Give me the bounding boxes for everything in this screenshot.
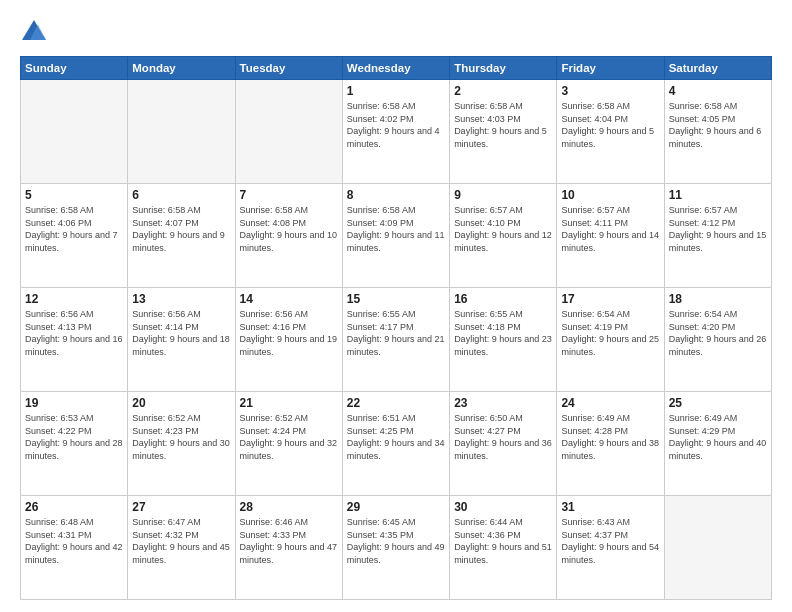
calendar-cell: 29Sunrise: 6:45 AM Sunset: 4:35 PM Dayli… xyxy=(342,496,449,600)
calendar-cell: 9Sunrise: 6:57 AM Sunset: 4:10 PM Daylig… xyxy=(450,184,557,288)
weekday-header-tuesday: Tuesday xyxy=(235,57,342,80)
calendar-cell: 11Sunrise: 6:57 AM Sunset: 4:12 PM Dayli… xyxy=(664,184,771,288)
day-info: Sunrise: 6:52 AM Sunset: 4:23 PM Dayligh… xyxy=(132,412,230,462)
day-number: 10 xyxy=(561,188,659,202)
page: SundayMondayTuesdayWednesdayThursdayFrid… xyxy=(0,0,792,612)
day-number: 8 xyxy=(347,188,445,202)
logo xyxy=(20,18,52,46)
weekday-header-monday: Monday xyxy=(128,57,235,80)
calendar-cell: 18Sunrise: 6:54 AM Sunset: 4:20 PM Dayli… xyxy=(664,288,771,392)
day-info: Sunrise: 6:46 AM Sunset: 4:33 PM Dayligh… xyxy=(240,516,338,566)
day-number: 29 xyxy=(347,500,445,514)
day-info: Sunrise: 6:57 AM Sunset: 4:12 PM Dayligh… xyxy=(669,204,767,254)
day-number: 27 xyxy=(132,500,230,514)
day-info: Sunrise: 6:56 AM Sunset: 4:16 PM Dayligh… xyxy=(240,308,338,358)
day-number: 23 xyxy=(454,396,552,410)
day-number: 17 xyxy=(561,292,659,306)
day-number: 30 xyxy=(454,500,552,514)
weekday-header-row: SundayMondayTuesdayWednesdayThursdayFrid… xyxy=(21,57,772,80)
day-info: Sunrise: 6:44 AM Sunset: 4:36 PM Dayligh… xyxy=(454,516,552,566)
day-number: 21 xyxy=(240,396,338,410)
day-number: 11 xyxy=(669,188,767,202)
day-info: Sunrise: 6:57 AM Sunset: 4:10 PM Dayligh… xyxy=(454,204,552,254)
calendar-cell: 19Sunrise: 6:53 AM Sunset: 4:22 PM Dayli… xyxy=(21,392,128,496)
logo-icon xyxy=(20,18,48,46)
day-info: Sunrise: 6:47 AM Sunset: 4:32 PM Dayligh… xyxy=(132,516,230,566)
day-info: Sunrise: 6:54 AM Sunset: 4:20 PM Dayligh… xyxy=(669,308,767,358)
day-info: Sunrise: 6:50 AM Sunset: 4:27 PM Dayligh… xyxy=(454,412,552,462)
day-number: 20 xyxy=(132,396,230,410)
calendar-cell: 10Sunrise: 6:57 AM Sunset: 4:11 PM Dayli… xyxy=(557,184,664,288)
day-number: 26 xyxy=(25,500,123,514)
day-info: Sunrise: 6:58 AM Sunset: 4:05 PM Dayligh… xyxy=(669,100,767,150)
day-info: Sunrise: 6:56 AM Sunset: 4:14 PM Dayligh… xyxy=(132,308,230,358)
calendar-cell: 25Sunrise: 6:49 AM Sunset: 4:29 PM Dayli… xyxy=(664,392,771,496)
day-number: 31 xyxy=(561,500,659,514)
day-number: 16 xyxy=(454,292,552,306)
day-info: Sunrise: 6:58 AM Sunset: 4:02 PM Dayligh… xyxy=(347,100,445,150)
calendar-cell: 30Sunrise: 6:44 AM Sunset: 4:36 PM Dayli… xyxy=(450,496,557,600)
calendar-cell xyxy=(664,496,771,600)
day-info: Sunrise: 6:51 AM Sunset: 4:25 PM Dayligh… xyxy=(347,412,445,462)
day-info: Sunrise: 6:58 AM Sunset: 4:06 PM Dayligh… xyxy=(25,204,123,254)
calendar-table: SundayMondayTuesdayWednesdayThursdayFrid… xyxy=(20,56,772,600)
day-info: Sunrise: 6:49 AM Sunset: 4:29 PM Dayligh… xyxy=(669,412,767,462)
calendar-cell: 23Sunrise: 6:50 AM Sunset: 4:27 PM Dayli… xyxy=(450,392,557,496)
weekday-header-thursday: Thursday xyxy=(450,57,557,80)
calendar-cell: 6Sunrise: 6:58 AM Sunset: 4:07 PM Daylig… xyxy=(128,184,235,288)
calendar-cell: 12Sunrise: 6:56 AM Sunset: 4:13 PM Dayli… xyxy=(21,288,128,392)
day-info: Sunrise: 6:55 AM Sunset: 4:17 PM Dayligh… xyxy=(347,308,445,358)
day-info: Sunrise: 6:55 AM Sunset: 4:18 PM Dayligh… xyxy=(454,308,552,358)
day-info: Sunrise: 6:52 AM Sunset: 4:24 PM Dayligh… xyxy=(240,412,338,462)
calendar-cell: 26Sunrise: 6:48 AM Sunset: 4:31 PM Dayli… xyxy=(21,496,128,600)
day-number: 3 xyxy=(561,84,659,98)
header xyxy=(20,18,772,46)
calendar-cell: 21Sunrise: 6:52 AM Sunset: 4:24 PM Dayli… xyxy=(235,392,342,496)
calendar-cell: 27Sunrise: 6:47 AM Sunset: 4:32 PM Dayli… xyxy=(128,496,235,600)
calendar-cell: 14Sunrise: 6:56 AM Sunset: 4:16 PM Dayli… xyxy=(235,288,342,392)
calendar-cell: 31Sunrise: 6:43 AM Sunset: 4:37 PM Dayli… xyxy=(557,496,664,600)
weekday-header-saturday: Saturday xyxy=(664,57,771,80)
day-number: 9 xyxy=(454,188,552,202)
day-info: Sunrise: 6:58 AM Sunset: 4:03 PM Dayligh… xyxy=(454,100,552,150)
calendar-week-row: 26Sunrise: 6:48 AM Sunset: 4:31 PM Dayli… xyxy=(21,496,772,600)
calendar-cell: 28Sunrise: 6:46 AM Sunset: 4:33 PM Dayli… xyxy=(235,496,342,600)
calendar-cell: 5Sunrise: 6:58 AM Sunset: 4:06 PM Daylig… xyxy=(21,184,128,288)
day-info: Sunrise: 6:45 AM Sunset: 4:35 PM Dayligh… xyxy=(347,516,445,566)
day-number: 25 xyxy=(669,396,767,410)
calendar-cell: 24Sunrise: 6:49 AM Sunset: 4:28 PM Dayli… xyxy=(557,392,664,496)
calendar-cell: 2Sunrise: 6:58 AM Sunset: 4:03 PM Daylig… xyxy=(450,80,557,184)
calendar-cell: 13Sunrise: 6:56 AM Sunset: 4:14 PM Dayli… xyxy=(128,288,235,392)
calendar-cell: 4Sunrise: 6:58 AM Sunset: 4:05 PM Daylig… xyxy=(664,80,771,184)
day-info: Sunrise: 6:53 AM Sunset: 4:22 PM Dayligh… xyxy=(25,412,123,462)
calendar-cell: 17Sunrise: 6:54 AM Sunset: 4:19 PM Dayli… xyxy=(557,288,664,392)
day-info: Sunrise: 6:58 AM Sunset: 4:09 PM Dayligh… xyxy=(347,204,445,254)
day-number: 4 xyxy=(669,84,767,98)
calendar-cell: 1Sunrise: 6:58 AM Sunset: 4:02 PM Daylig… xyxy=(342,80,449,184)
calendar-cell: 8Sunrise: 6:58 AM Sunset: 4:09 PM Daylig… xyxy=(342,184,449,288)
day-info: Sunrise: 6:48 AM Sunset: 4:31 PM Dayligh… xyxy=(25,516,123,566)
day-info: Sunrise: 6:49 AM Sunset: 4:28 PM Dayligh… xyxy=(561,412,659,462)
day-number: 14 xyxy=(240,292,338,306)
calendar-cell: 7Sunrise: 6:58 AM Sunset: 4:08 PM Daylig… xyxy=(235,184,342,288)
calendar-cell: 20Sunrise: 6:52 AM Sunset: 4:23 PM Dayli… xyxy=(128,392,235,496)
calendar-cell: 3Sunrise: 6:58 AM Sunset: 4:04 PM Daylig… xyxy=(557,80,664,184)
calendar-week-row: 19Sunrise: 6:53 AM Sunset: 4:22 PM Dayli… xyxy=(21,392,772,496)
weekday-header-wednesday: Wednesday xyxy=(342,57,449,80)
day-info: Sunrise: 6:58 AM Sunset: 4:07 PM Dayligh… xyxy=(132,204,230,254)
day-number: 5 xyxy=(25,188,123,202)
day-number: 1 xyxy=(347,84,445,98)
day-info: Sunrise: 6:54 AM Sunset: 4:19 PM Dayligh… xyxy=(561,308,659,358)
day-number: 13 xyxy=(132,292,230,306)
day-number: 18 xyxy=(669,292,767,306)
day-number: 22 xyxy=(347,396,445,410)
calendar-cell: 15Sunrise: 6:55 AM Sunset: 4:17 PM Dayli… xyxy=(342,288,449,392)
calendar-week-row: 12Sunrise: 6:56 AM Sunset: 4:13 PM Dayli… xyxy=(21,288,772,392)
day-number: 24 xyxy=(561,396,659,410)
day-number: 19 xyxy=(25,396,123,410)
day-number: 7 xyxy=(240,188,338,202)
day-number: 2 xyxy=(454,84,552,98)
calendar-week-row: 5Sunrise: 6:58 AM Sunset: 4:06 PM Daylig… xyxy=(21,184,772,288)
day-number: 28 xyxy=(240,500,338,514)
day-info: Sunrise: 6:56 AM Sunset: 4:13 PM Dayligh… xyxy=(25,308,123,358)
